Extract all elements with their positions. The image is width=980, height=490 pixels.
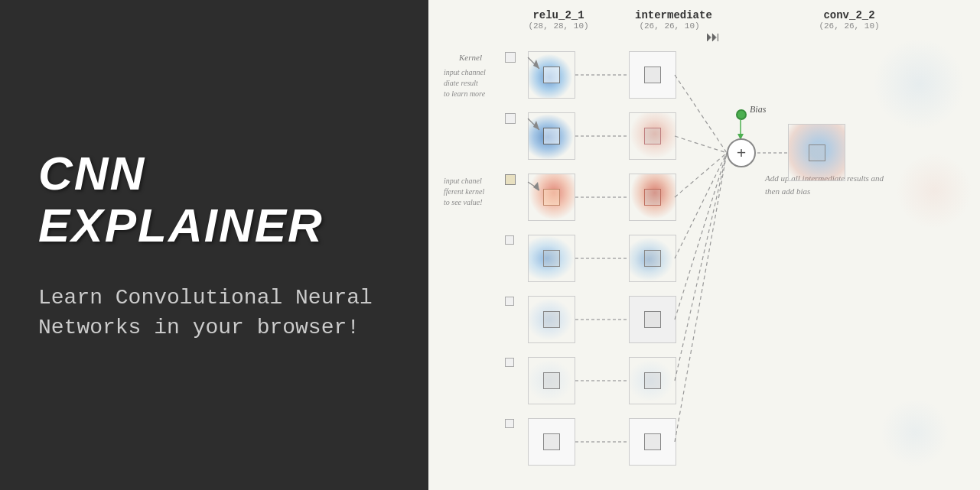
kernel-box-1 <box>505 113 516 124</box>
conv-output-map[interactable] <box>788 124 845 181</box>
relu-map-0[interactable] <box>528 51 575 99</box>
inter-map-5-inner <box>644 372 661 389</box>
svg-line-9 <box>675 153 727 197</box>
relu-map-4[interactable] <box>528 296 575 343</box>
inter-map-2[interactable] <box>629 174 676 221</box>
svg-line-12 <box>675 153 727 381</box>
right-panel: relu_2_1 (28, 28, 10) intermediate (26, … <box>428 0 980 490</box>
app-subtitle: Learn Convolutional Neural Networks in y… <box>38 283 390 342</box>
left-panel: CNN Explainer Learn Convolutional Neural… <box>0 0 428 490</box>
relu-map-4-kernel <box>543 311 560 328</box>
inter-map-3-inner <box>644 250 661 267</box>
relu-map-6[interactable] <box>528 418 575 466</box>
inter-map-5[interactable] <box>629 357 676 404</box>
relu-map-3[interactable] <box>528 235 575 282</box>
inter-map-4[interactable] <box>629 296 676 343</box>
skip-button[interactable]: ⏭ <box>706 29 720 45</box>
bias-node <box>736 109 747 120</box>
app-title: CNN Explainer <box>38 148 390 251</box>
relu-map-1[interactable] <box>528 112 575 160</box>
kernel-box-4 <box>505 297 514 306</box>
svg-line-7 <box>675 75 727 153</box>
inter-map-2-inner <box>644 189 661 206</box>
relu-map-5-kernel <box>543 372 560 389</box>
conv-output-map-inner <box>809 144 825 161</box>
inter-map-3[interactable] <box>629 235 676 282</box>
inter-map-6-inner <box>644 433 661 450</box>
annotation-input-channel: input channel diate result to learn more <box>444 67 486 99</box>
kernel-box-5 <box>505 358 514 367</box>
relu-map-3-kernel <box>543 250 560 267</box>
relu-map-5[interactable] <box>528 357 575 404</box>
col-label-relu: relu_2_1 (28, 28, 10) <box>528 9 589 31</box>
annotation-kernel: Kernel <box>459 52 482 63</box>
kernel-box-0 <box>505 52 516 63</box>
inter-map-1[interactable] <box>629 112 676 160</box>
svg-line-13 <box>675 153 727 442</box>
inter-map-1-inner <box>644 128 661 144</box>
inter-map-6[interactable] <box>629 418 676 466</box>
svg-line-8 <box>675 136 727 153</box>
kernel-box-3 <box>505 235 514 245</box>
kernel-box-6 <box>505 419 514 428</box>
svg-line-10 <box>675 153 727 258</box>
bg-blob-2 <box>896 153 972 229</box>
col-label-conv: conv_2_2 (26, 26, 10) <box>815 9 884 31</box>
bias-label: Bias <box>750 104 766 115</box>
kernel-box-2 <box>505 174 516 185</box>
annotation-input-chanel2: input chanel fferent kernel to see value… <box>444 176 484 208</box>
relu-map-2-kernel <box>543 189 560 206</box>
relu-map-0-kernel <box>543 67 560 83</box>
inter-map-0-inner <box>644 67 661 83</box>
relu-map-2[interactable] <box>528 174 575 221</box>
bg-blob-1 <box>873 38 965 130</box>
inter-map-4-inner <box>644 311 661 328</box>
inter-map-0[interactable] <box>629 51 676 99</box>
col-label-intermediate: intermediate (26, 26, 10) <box>635 9 704 31</box>
bg-blob-3 <box>881 398 949 467</box>
relu-map-6-kernel <box>543 433 560 450</box>
relu-map-1-kernel <box>543 128 560 144</box>
plus-node: + <box>727 138 756 167</box>
svg-line-11 <box>675 153 727 320</box>
